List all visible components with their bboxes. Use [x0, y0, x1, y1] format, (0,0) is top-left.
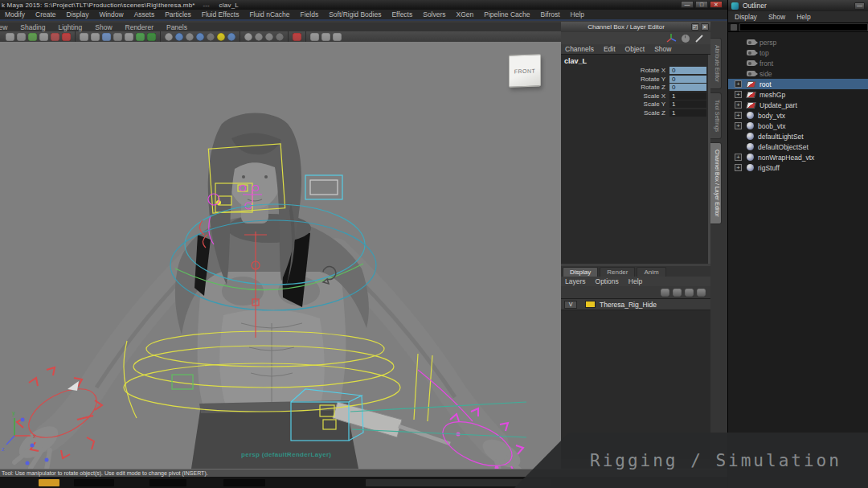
- channel-box-menu-object[interactable]: Object: [625, 45, 645, 53]
- outliner-menu-display[interactable]: Display: [735, 13, 757, 21]
- menu-xgen[interactable]: XGen: [457, 10, 474, 18]
- panel-menu-view[interactable]: View: [0, 23, 7, 31]
- backface-culling-icon[interactable]: [276, 33, 284, 41]
- outliner-menu-show[interactable]: Show: [768, 13, 785, 21]
- bookmark-icon[interactable]: [39, 33, 48, 41]
- resolution-gate-icon[interactable]: [91, 33, 100, 41]
- shadows-icon[interactable]: [207, 33, 215, 41]
- channel-value-field[interactable]: 0: [669, 84, 706, 91]
- menu-window[interactable]: Window: [99, 10, 123, 18]
- menu-solvers[interactable]: Solvers: [423, 10, 445, 18]
- layer-visibility-toggle[interactable]: V: [564, 301, 577, 309]
- minimize-button[interactable]: —: [681, 1, 694, 8]
- 3d-viewport[interactable]: x y z FRONT persp (defaultRenderLayer): [0, 42, 561, 469]
- outliner-item-rigstuff[interactable]: +rigStuff: [728, 162, 868, 173]
- expander-icon[interactable]: +: [735, 122, 742, 129]
- panel-menu-show[interactable]: Show: [95, 23, 112, 31]
- layer-menu-options[interactable]: Options: [596, 277, 619, 285]
- layer-menu-help[interactable]: Help: [628, 277, 642, 285]
- expander-icon[interactable]: +: [735, 164, 742, 171]
- menu-display[interactable]: Display: [67, 10, 89, 18]
- close-button[interactable]: ✕: [710, 1, 723, 8]
- tab-display[interactable]: Display: [563, 267, 598, 277]
- channel-box-menu-edit[interactable]: Edit: [604, 45, 616, 53]
- new-layer-from-selected-icon[interactable]: [697, 289, 706, 297]
- outliner-item-front[interactable]: front: [728, 58, 868, 68]
- pencil-slider-icon[interactable]: [694, 34, 704, 43]
- expander-icon[interactable]: +: [735, 112, 742, 119]
- panel-menu-renderer[interactable]: Renderer: [125, 23, 154, 31]
- manipulator-axis-icon[interactable]: [666, 33, 677, 43]
- menu-effects[interactable]: Effects: [391, 10, 412, 18]
- outliner-item-defaultobjectset[interactable]: defaultObjectSet: [728, 141, 868, 152]
- scene-view-icon[interactable]: [310, 33, 319, 41]
- empty-layer-icon[interactable]: [673, 289, 682, 297]
- outliner-menu-help[interactable]: Help: [796, 13, 810, 21]
- expander-icon[interactable]: +: [735, 91, 742, 98]
- panel-menu-panels[interactable]: Panels: [166, 23, 187, 31]
- isolate-select-icon[interactable]: [293, 33, 301, 41]
- outliner-item-top[interactable]: top: [728, 47, 868, 58]
- menu-assets[interactable]: Assets: [134, 10, 155, 18]
- tab-render[interactable]: Render: [600, 267, 635, 277]
- menu-bifrost[interactable]: Bifrost: [541, 10, 560, 18]
- panel-menu-shading[interactable]: Shading: [20, 23, 45, 31]
- highlight-selection-icon[interactable]: [147, 33, 156, 41]
- channel-value-field[interactable]: 0: [669, 67, 706, 74]
- gate-mask-icon[interactable]: [102, 33, 111, 41]
- ambient-occlusion-icon[interactable]: [227, 33, 235, 41]
- maximize-button[interactable]: □: [695, 1, 708, 8]
- snapshot-icon[interactable]: [321, 33, 330, 41]
- layer-color-swatch[interactable]: [585, 301, 596, 308]
- camera-attributes-icon[interactable]: [28, 33, 37, 41]
- use-all-lights-icon[interactable]: [196, 33, 204, 41]
- channel-value-field[interactable]: 1: [669, 100, 706, 108]
- panel-popout-icon[interactable]: ◰: [691, 23, 699, 31]
- xray-joints-icon[interactable]: [255, 33, 263, 41]
- outliner-item-side[interactable]: side: [728, 68, 868, 79]
- outliner-search-input[interactable]: [739, 23, 868, 31]
- channel-box-menu-channels[interactable]: Channels: [565, 45, 594, 53]
- tab-anim[interactable]: Anim: [637, 267, 665, 277]
- menu-particles[interactable]: Particles: [165, 10, 191, 18]
- menu-help[interactable]: Help: [571, 10, 584, 18]
- layer-menu-layers[interactable]: Layers: [565, 277, 586, 285]
- menu-soft-rigid-bodies[interactable]: Soft/Rigid Bodies: [329, 10, 381, 18]
- xray-icon[interactable]: [244, 33, 252, 41]
- wireframe-icon[interactable]: [165, 33, 173, 41]
- menu-modify[interactable]: Modify: [5, 10, 25, 18]
- search-filter-icon[interactable]: [731, 24, 737, 31]
- outliner-item-persp[interactable]: persp: [728, 37, 868, 47]
- safe-action-icon[interactable]: [125, 33, 133, 41]
- channel-box-menu-show[interactable]: Show: [654, 45, 671, 53]
- side-tab-tool-settings[interactable]: Tool Settings: [710, 92, 722, 139]
- move-layer-up-icon[interactable]: [661, 289, 669, 297]
- front-image-plane-cube[interactable]: FRONT: [509, 54, 541, 87]
- grease-pencil-icon[interactable]: [62, 33, 71, 41]
- panel-menu-lighting[interactable]: Lighting: [58, 23, 82, 31]
- outliner-minimize-button[interactable]: —: [854, 2, 865, 10]
- film-gate-icon[interactable]: [80, 33, 88, 41]
- default-lighting-icon[interactable]: [217, 33, 225, 41]
- expander-icon[interactable]: +: [735, 80, 742, 88]
- panel-close-icon[interactable]: ✕: [701, 23, 709, 31]
- channel-value-field[interactable]: 0: [669, 76, 706, 83]
- field-chart-icon[interactable]: [113, 33, 122, 41]
- side-tab-attribute-editor[interactable]: Attribute Editor: [710, 38, 722, 89]
- xray-active-icon[interactable]: [265, 33, 273, 41]
- menu-pipeline-cache[interactable]: Pipeline Cache: [484, 10, 530, 18]
- viewport-3d-scene[interactable]: x y z: [0, 42, 561, 469]
- layer-row-theresa-rig-hide[interactable]: VTheresa_Rig_Hide: [561, 299, 710, 310]
- shaded-icon[interactable]: [175, 33, 183, 41]
- outliner-item-meshgp[interactable]: +meshGp: [728, 89, 868, 100]
- menu-fluid-effects[interactable]: Fluid Effects: [202, 10, 240, 18]
- share-icon[interactable]: [333, 33, 342, 41]
- new-layer-icon[interactable]: [685, 289, 694, 297]
- textured-icon[interactable]: [186, 33, 194, 41]
- expander-icon[interactable]: +: [735, 154, 742, 161]
- outliner-item-update-part[interactable]: +Update_part: [728, 100, 868, 110]
- speed-dial-icon[interactable]: [681, 34, 690, 43]
- safe-title-icon[interactable]: [136, 33, 145, 41]
- side-tab-channel-box-layer-editor[interactable]: Channel Box / Layer Editor: [710, 142, 722, 224]
- channel-value-field[interactable]: 1: [669, 109, 706, 117]
